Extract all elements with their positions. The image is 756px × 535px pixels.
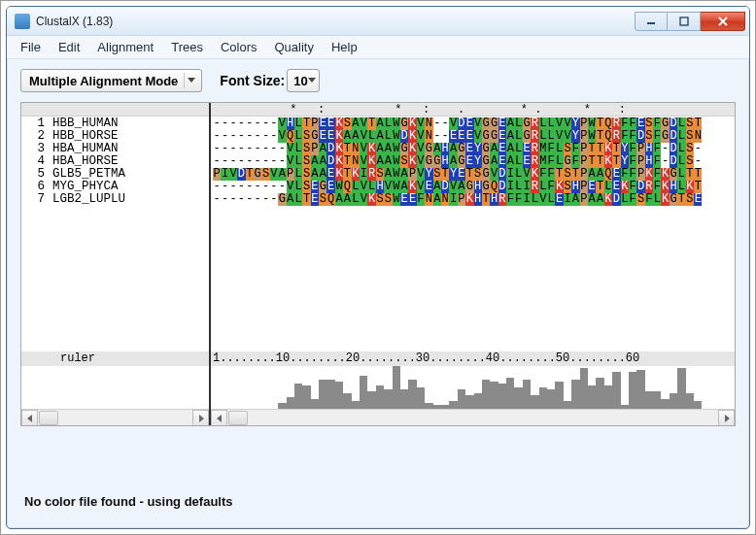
scroll-left-button[interactable]	[21, 410, 38, 425]
mode-selector[interactable]: Multiple Alignment Mode	[20, 69, 202, 92]
histogram-bar	[458, 389, 465, 409]
histogram-bar	[636, 370, 644, 409]
window-buttons	[635, 12, 745, 31]
toolbar: Multiple Alignment Mode Font Size: 10	[7, 59, 749, 98]
names-list[interactable]: 1HBB_HUMAN2HBB_HORSE3HBA_HUMAN4HBA_HORSE…	[21, 117, 209, 351]
window-frame: ClustalX (1.83) File Edit Alignment Tree…	[6, 6, 750, 529]
histogram-bar	[393, 366, 400, 409]
histogram-bar	[596, 378, 603, 409]
names-pane: 1HBB_HUMAN2HBB_HORSE3HBA_HUMAN4HBA_HORSE…	[21, 103, 211, 425]
menu-quality[interactable]: Quality	[267, 38, 322, 56]
histogram-bar	[555, 382, 563, 409]
histogram-bar	[653, 391, 661, 409]
histogram-bar	[564, 401, 571, 409]
histogram-bar	[547, 389, 555, 409]
ruler: 1........10........20........30........4…	[211, 351, 735, 366]
close-button[interactable]	[701, 12, 745, 31]
sequence-pane: * : * : . * . * : --------VHLTPEEKSAVTAL…	[211, 103, 735, 425]
histogram-bar	[482, 380, 490, 409]
mode-selector-label: Multiple Alignment Mode	[29, 74, 178, 88]
histogram-bar	[506, 378, 514, 409]
window-title: ClustalX (1.83)	[36, 15, 113, 28]
consensus-row: * : * : . * . * :	[211, 103, 735, 117]
font-size-value: 10	[293, 74, 307, 88]
scroll-left-button[interactable]	[211, 410, 227, 425]
histogram-bar	[474, 393, 482, 409]
chevron-down-icon	[308, 78, 316, 84]
scroll-thumb[interactable]	[39, 411, 58, 425]
chevron-down-icon	[184, 73, 197, 88]
menu-bar: File Edit Alignment Trees Colors Quality…	[7, 36, 749, 59]
names-scrollbar[interactable]	[21, 409, 209, 425]
histogram-bar	[514, 387, 522, 409]
sequence-row[interactable]: --------GALTESQAALVKSSWEEFNANIPKHTHRFFIL…	[213, 193, 735, 206]
histogram-bar	[571, 380, 579, 409]
histogram-bar	[319, 380, 326, 409]
histogram-bar	[360, 376, 367, 409]
histogram-bar	[326, 380, 334, 409]
histogram-bar	[677, 368, 685, 409]
histogram-bar	[311, 399, 319, 409]
menu-file[interactable]: File	[13, 38, 49, 56]
maximize-button[interactable]	[668, 12, 701, 31]
alignment-viewer: 1HBB_HUMAN2HBB_HORSE3HBA_HUMAN4HBA_HORSE…	[20, 102, 736, 426]
menu-trees[interactable]: Trees	[163, 38, 211, 56]
histogram-bar	[343, 393, 351, 409]
histogram-bar	[523, 380, 531, 409]
sequence-name: LGB2_LUPLU	[52, 193, 125, 206]
histogram-bar	[287, 397, 294, 409]
histogram-bar	[645, 391, 653, 409]
histogram-bar	[352, 401, 360, 409]
histogram-bar	[588, 385, 596, 409]
menu-alignment[interactable]: Alignment	[89, 38, 161, 56]
histogram-bar	[376, 385, 384, 409]
minimize-button[interactable]	[635, 12, 668, 31]
ruler-label: ruler	[21, 351, 209, 366]
histogram-bar	[302, 385, 310, 409]
font-size-selector[interactable]: 10	[287, 69, 319, 92]
histogram-bar	[604, 385, 612, 409]
menu-colors[interactable]: Colors	[213, 38, 265, 56]
status-text: No color file found - using defaults	[24, 494, 233, 509]
menu-help[interactable]: Help	[324, 38, 365, 56]
app-icon	[15, 14, 30, 29]
histogram-bar	[539, 387, 547, 409]
histogram-bar	[612, 372, 620, 409]
name-row[interactable]: 7LGB2_LUPLU	[21, 193, 209, 206]
sequence-area[interactable]: --------VHLTPEEKSAVTALWGKVN--VDEVGGEALGR…	[211, 117, 735, 351]
histogram-bar	[661, 399, 669, 409]
histogram-bar	[465, 395, 473, 409]
menu-edit[interactable]: Edit	[51, 38, 87, 56]
title-bar[interactable]: ClustalX (1.83)	[7, 7, 749, 36]
histogram-bar	[694, 401, 702, 409]
histogram-bar	[670, 393, 677, 409]
histogram-bar	[531, 395, 538, 409]
histogram-bar	[417, 387, 425, 409]
histogram-bar	[490, 382, 498, 409]
histogram-bar	[449, 401, 457, 409]
scroll-right-button[interactable]	[192, 410, 209, 425]
svg-rect-1	[680, 17, 688, 25]
quality-histogram	[211, 366, 735, 409]
histogram-bar	[408, 380, 416, 409]
svg-rect-0	[647, 22, 655, 24]
histogram-bar	[629, 372, 636, 409]
histogram-bar	[400, 389, 408, 409]
consensus-gutter-left	[21, 103, 209, 117]
histogram-bar	[367, 391, 375, 409]
scroll-thumb[interactable]	[228, 411, 248, 425]
font-size-label: Font Size:	[220, 73, 285, 88]
row-number: 7	[21, 193, 52, 206]
histogram-bar	[580, 368, 588, 409]
scroll-right-button[interactable]	[718, 410, 735, 425]
histogram-bar	[384, 389, 392, 409]
histogram-bar	[335, 382, 343, 409]
histogram-bar	[498, 384, 506, 409]
sequence-scrollbar[interactable]	[211, 409, 735, 425]
histogram-bar	[294, 384, 302, 409]
histogram-bar	[686, 393, 694, 409]
histogram-gutter-left	[21, 366, 209, 409]
